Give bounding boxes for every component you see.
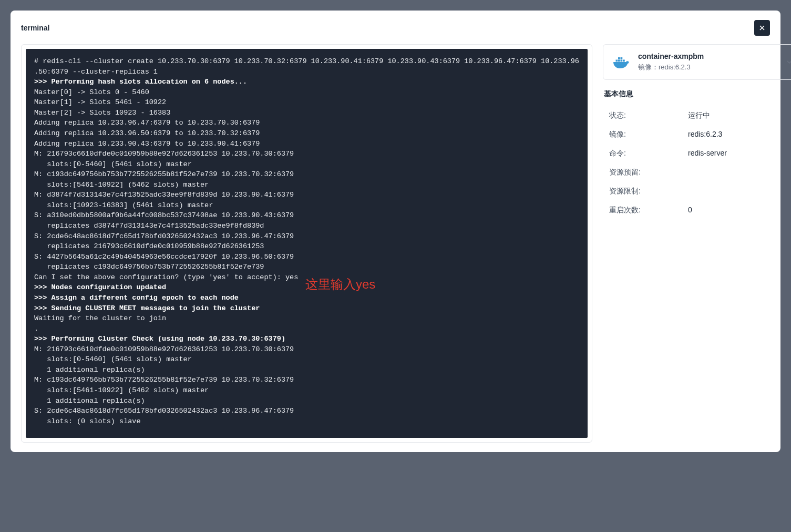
terminal-line: slots:[10923-16383] (5461 slots) master (34, 201, 213, 209)
terminal-line: Master[1] -> Slots 5461 - 10922 (34, 98, 166, 106)
terminal-line: Can I set the above configuration? (type… (34, 273, 298, 281)
section-title: 基本信息 (603, 89, 791, 99)
terminal-line: >>> Performing hash slots allocation on … (34, 78, 247, 86)
terminal-line: replicates d3874f7d313143e7c4f13525adc33… (34, 222, 264, 230)
info-row: 资源限制: (603, 182, 791, 201)
terminal-line: # redis-cli --cluster create 10.233.70.3… (34, 57, 579, 76)
terminal-line: 1 additional replica(s) (34, 397, 145, 405)
terminal-line: M: c193dc649756bb753b7725526255b81f52e7e… (34, 376, 294, 384)
modal-content: # redis-cli --cluster create 10.233.70.3… (21, 44, 770, 443)
sidebar: container-axmpbm 镜像：redis:6.2.3 基本信息 状态:… (603, 44, 791, 443)
info-label: 资源预留: (609, 168, 688, 177)
close-icon (758, 24, 766, 32)
terminal-line: M: 216793c6610dfde0c010959b88e927d626361… (34, 345, 294, 353)
terminal-line: S: 4427b5645a61c2c49b40454963e56ccdce179… (34, 253, 294, 261)
terminal-line: >>> Performing Cluster Check (using node… (34, 335, 285, 343)
terminal-line: slots: (0 slots) slave (34, 417, 141, 425)
terminal-panel: # redis-cli --cluster create 10.233.70.3… (21, 44, 592, 443)
terminal-line: S: 2cde6c48ac8618d7fc65d178bfd0326502432… (34, 232, 294, 240)
terminal-line: Adding replica 10.233.96.50:6379 to 10.2… (34, 129, 260, 137)
docker-whale-icon (612, 55, 631, 69)
chevron-down-icon (785, 58, 791, 66)
terminal-line: Waiting for the cluster to join (34, 314, 166, 322)
terminal-line: 1 additional replica(s) (34, 366, 145, 374)
terminal-line: >>> Assign a different config epoch to e… (34, 294, 239, 302)
terminal-line: slots:[0-5460] (5461 slots) master (34, 355, 192, 363)
info-row: 资源预留: (603, 163, 791, 182)
terminal-line: Master[2] -> Slots 10923 - 16383 (34, 109, 170, 117)
container-image-line: 镜像：redis:6.2.3 (638, 63, 778, 72)
terminal-line: >>> Sending CLUSTER MEET messages to joi… (34, 304, 260, 312)
terminal-modal: terminal # redis-cli --cluster create 10… (11, 11, 780, 452)
info-label: 命令: (609, 149, 688, 158)
close-button[interactable] (754, 20, 770, 36)
terminal-line: >>> Nodes configuration updated (34, 283, 166, 291)
info-label: 重启次数: (609, 206, 688, 215)
terminal-line: slots:[5461-10922] (5462 slots) master (34, 386, 209, 394)
terminal-output[interactable]: # redis-cli --cluster create 10.233.70.3… (26, 49, 588, 438)
terminal-line: S: 2cde6c48ac8618d7fc65d178bfd0326502432… (34, 407, 294, 415)
container-card[interactable]: container-axmpbm 镜像：redis:6.2.3 (603, 44, 791, 80)
terminal-line: replicates c193dc649756bb753b7725526255b… (34, 263, 264, 271)
modal-header: terminal (21, 20, 770, 36)
modal-title: terminal (21, 24, 49, 32)
info-row: 镜像:redis:6.2.3 (603, 125, 791, 144)
info-label: 资源限制: (609, 187, 688, 196)
terminal-line: . (34, 325, 38, 333)
container-name: container-axmpbm (638, 52, 778, 60)
info-value: 0 (688, 206, 692, 215)
info-label: 状态: (609, 111, 688, 120)
terminal-line: slots:[5461-10922] (5462 slots) master (34, 181, 209, 189)
info-value: redis-server (688, 149, 727, 158)
info-label: 镜像: (609, 130, 688, 139)
info-row: 状态:运行中 (603, 106, 791, 125)
svg-rect-2 (620, 60, 622, 62)
terminal-line: Adding replica 10.233.90.43:6379 to 10.2… (34, 140, 260, 148)
svg-rect-3 (618, 57, 620, 59)
container-info: container-axmpbm 镜像：redis:6.2.3 (638, 52, 778, 72)
terminal-line: S: a310ed0dbb5800af0b6a44fc008bc537c3740… (34, 211, 294, 219)
info-value: 运行中 (688, 111, 710, 120)
terminal-line: Master[0] -> Slots 0 - 5460 (34, 88, 149, 96)
terminal-line: Adding replica 10.233.96.47:6379 to 10.2… (34, 119, 260, 127)
info-value: redis:6.2.3 (688, 130, 722, 139)
svg-rect-1 (618, 60, 620, 62)
terminal-line: replicates 216793c6610dfde0c010959b88e92… (34, 242, 264, 250)
terminal-line: M: 216793c6610dfde0c010959b88e927d626361… (34, 150, 294, 158)
terminal-line: M: c193dc649756bb753b7725526255b81f52e7e… (34, 170, 294, 178)
svg-rect-4 (620, 57, 622, 59)
svg-rect-0 (615, 60, 618, 62)
info-list: 状态:运行中镜像:redis:6.2.3命令:redis-server资源预留:… (603, 106, 791, 220)
info-row: 命令:redis-server (603, 144, 791, 163)
terminal-line: M: d3874f7d313143e7c4f13525adc33ee9f8fd8… (34, 191, 294, 199)
svg-rect-5 (623, 60, 625, 62)
terminal-line: slots:[0-5460] (5461 slots) master (34, 160, 192, 168)
info-row: 重启次数:0 (603, 201, 791, 220)
